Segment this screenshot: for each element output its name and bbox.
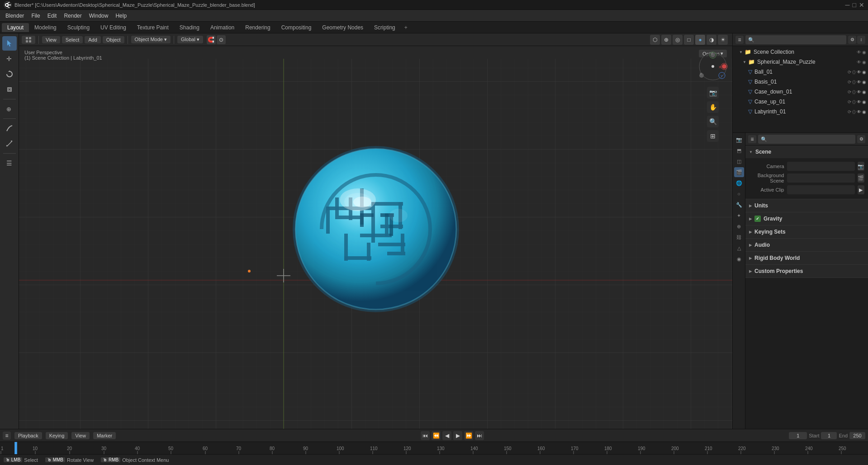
scene-collection-render[interactable]: ◉ bbox=[862, 50, 866, 55]
tab-modeling[interactable]: Modeling bbox=[29, 23, 62, 32]
jump-end-button[interactable]: ⏭ bbox=[475, 431, 484, 440]
tab-geometry-nodes[interactable]: Geometry Nodes bbox=[317, 23, 369, 32]
caseup01-eye[interactable]: 👁 bbox=[857, 99, 861, 104]
annotate-tool[interactable] bbox=[2, 121, 17, 136]
caseup01-link1[interactable]: ⟳ bbox=[848, 99, 851, 104]
snap-button[interactable]: 🧲 bbox=[207, 35, 216, 44]
menu-help[interactable]: Help bbox=[112, 12, 130, 20]
3d-sphere[interactable] bbox=[290, 143, 462, 315]
prop-section-custom-properties-header[interactable]: ▶ Custom Properties bbox=[745, 265, 868, 277]
menu-file[interactable]: File bbox=[28, 12, 43, 20]
start-frame-input[interactable] bbox=[821, 432, 837, 439]
basis01-link2[interactable]: ⟨⟩ bbox=[852, 80, 856, 85]
scene-collection-eye[interactable]: 👁 bbox=[857, 50, 861, 55]
add-object-tool[interactable]: ☰ bbox=[2, 156, 17, 170]
step-forward-button[interactable]: ⏩ bbox=[464, 431, 473, 440]
material-preview-shading[interactable]: ◑ bbox=[707, 35, 716, 45]
prop-tab-data[interactable]: △ bbox=[734, 243, 744, 253]
active-clip-browse-button[interactable]: ▶ bbox=[858, 185, 865, 194]
prop-tab-output[interactable]: ⬒ bbox=[734, 146, 744, 155]
select-menu-button[interactable]: Select bbox=[62, 36, 83, 43]
basis01-render[interactable]: ◉ bbox=[862, 80, 866, 85]
tab-compositing[interactable]: Compositing bbox=[276, 23, 317, 32]
end-frame-input[interactable] bbox=[849, 432, 865, 439]
overlay-button[interactable]: ⬡ bbox=[650, 35, 660, 45]
labyrinth01-eye[interactable]: 👁 bbox=[857, 109, 861, 114]
active-clip-input[interactable] bbox=[787, 185, 855, 194]
editor-type-button[interactable] bbox=[22, 36, 35, 44]
outliner-editor-type[interactable]: ≡ bbox=[735, 36, 744, 44]
prop-tab-view-layer[interactable]: ◫ bbox=[734, 156, 744, 166]
prop-tab-physics[interactable]: ⊕ bbox=[734, 221, 744, 231]
outliner-item-spherical-collection[interactable]: ▼ 📁 Spherical_Maze_Puzzle 👁 ◉ bbox=[733, 57, 868, 67]
tab-texture-paint[interactable]: Texture Paint bbox=[132, 23, 174, 32]
rotate-tool[interactable] bbox=[2, 67, 17, 81]
outliner-item-scene-collection[interactable]: ▼ 📁 Scene Collection 👁 ◉ bbox=[733, 47, 868, 57]
scale-tool[interactable] bbox=[2, 82, 17, 97]
tab-sculpting[interactable]: Sculpting bbox=[62, 23, 95, 32]
labyrinth01-link2[interactable]: ⟨⟩ bbox=[852, 109, 856, 114]
step-back-button[interactable]: ⏪ bbox=[432, 431, 441, 440]
prop-section-gravity-header[interactable]: ▶ ✓ Gravity bbox=[745, 212, 868, 225]
outliner-item-basis01[interactable]: ▽ Basis_01 ⟳ ⟨⟩ 👁 ◉ bbox=[733, 77, 868, 87]
prop-tab-modifier[interactable]: 🔧 bbox=[734, 200, 744, 210]
object-mode-button[interactable]: Object Mode ▾ bbox=[131, 36, 171, 43]
menu-edit[interactable]: Edit bbox=[44, 12, 61, 20]
current-frame-input[interactable] bbox=[789, 432, 807, 439]
caseup01-render[interactable]: ◉ bbox=[862, 99, 866, 104]
navigation-gizmo[interactable]: X Z Y Y bbox=[697, 51, 729, 82]
prop-tab-object[interactable]: ○ bbox=[734, 189, 744, 199]
marker-menu-button[interactable]: Marker bbox=[93, 432, 116, 439]
properties-editor-type[interactable]: ≡ bbox=[748, 135, 756, 143]
cursor-tool[interactable] bbox=[2, 36, 17, 51]
ball01-link1[interactable]: ⟳ bbox=[848, 70, 851, 75]
maximize-button[interactable]: □ bbox=[853, 1, 856, 9]
prop-tab-scene[interactable]: 🎬 bbox=[734, 167, 744, 177]
casedown01-link1[interactable]: ⟳ bbox=[848, 89, 851, 94]
casedown01-link2[interactable]: ⟨⟩ bbox=[852, 89, 856, 94]
prop-section-audio-header[interactable]: ▶ Audio bbox=[745, 239, 868, 251]
camera-browse-button[interactable]: 📷 bbox=[858, 162, 865, 171]
outliner-item-casedown01[interactable]: ▽ Case_down_01 ⟳ ⟨⟩ 👁 ◉ bbox=[733, 87, 868, 97]
outliner-search-input[interactable] bbox=[745, 35, 846, 44]
prop-section-scene-header[interactable]: ▼ Scene bbox=[745, 146, 868, 158]
jump-start-button[interactable]: ⏮ bbox=[421, 431, 430, 440]
solid-shading[interactable]: ● bbox=[695, 35, 705, 45]
close-button[interactable]: ✕ bbox=[859, 1, 864, 9]
keying-menu-button[interactable]: Keying bbox=[46, 432, 68, 439]
tab-layout[interactable]: Layout bbox=[2, 23, 29, 32]
prop-tab-world[interactable]: 🌐 bbox=[734, 178, 744, 188]
outliner-item-caseup01[interactable]: ▽ Case_up_01 ⟳ ⟨⟩ 👁 ◉ bbox=[733, 97, 868, 107]
wireframe-shading[interactable]: □ bbox=[684, 35, 694, 45]
proportional-editing[interactable]: ⊙ bbox=[217, 35, 226, 44]
3d-grid-button[interactable]: ⊞ bbox=[707, 130, 719, 142]
caseup01-link2[interactable]: ⟨⟩ bbox=[852, 99, 856, 104]
properties-search-input[interactable] bbox=[758, 135, 855, 144]
labyrinth01-link1[interactable]: ⟳ bbox=[848, 109, 851, 114]
view-menu-button[interactable]: View bbox=[42, 36, 60, 43]
hand-tool[interactable]: ✋ bbox=[707, 101, 719, 113]
move-tool[interactable]: ✛ bbox=[2, 52, 17, 66]
outliner-sync-button[interactable]: ↕ bbox=[857, 36, 865, 44]
transform-tool[interactable]: ⊕ bbox=[2, 102, 17, 116]
casedown01-render[interactable]: ◉ bbox=[862, 89, 866, 94]
spherical-collection-eye[interactable]: 👁 bbox=[857, 60, 861, 65]
outliner-filter-button[interactable]: ⚙ bbox=[848, 36, 856, 44]
outliner-item-ball01[interactable]: ▽ Ball_01 ⟳ ⟨⟩ 👁 ◉ bbox=[733, 67, 868, 77]
background-scene-browse-button[interactable]: 🎬 bbox=[858, 174, 865, 183]
casedown01-eye[interactable]: 👁 bbox=[857, 89, 861, 94]
gizmo-button[interactable]: ⊕ bbox=[661, 35, 671, 45]
rendered-shading[interactable]: ☀ bbox=[718, 35, 728, 45]
add-workspace-button[interactable]: + bbox=[401, 23, 411, 32]
basis01-link1[interactable]: ⟳ bbox=[848, 80, 851, 85]
xray-button[interactable]: ◎ bbox=[673, 35, 683, 45]
basis01-eye[interactable]: 👁 bbox=[857, 80, 861, 85]
camera-input[interactable] bbox=[787, 162, 855, 171]
play-button[interactable]: ▶ bbox=[453, 431, 462, 440]
background-scene-input[interactable] bbox=[787, 174, 855, 183]
viewport-shading-global[interactable]: Global ▾ bbox=[177, 36, 203, 43]
prop-tab-render[interactable]: 📷 bbox=[734, 135, 744, 145]
labyrinth01-render[interactable]: ◉ bbox=[862, 109, 866, 114]
tab-rendering[interactable]: Rendering bbox=[240, 23, 275, 32]
menu-render[interactable]: Render bbox=[60, 12, 85, 20]
